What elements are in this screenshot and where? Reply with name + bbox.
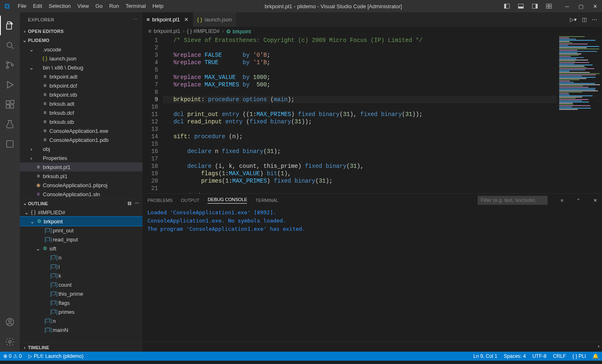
outline-item[interactable]: [❐]mainN <box>20 325 142 334</box>
mf-icon[interactable] <box>0 134 20 154</box>
outline-item[interactable]: [❐]n <box>20 253 142 262</box>
outline-more-icon[interactable]: ⋯ <box>135 201 139 206</box>
outline-item[interactable]: [❐]this_prime <box>20 289 142 298</box>
file-tree-item[interactable]: ≡brkpoint.dcf <box>20 81 142 90</box>
outline-item[interactable]: [❐]primes <box>20 307 142 316</box>
file-tree-item[interactable]: ⌄bin \ x86 \ Debug <box>20 63 142 72</box>
maximize-button[interactable]: ▢ <box>574 0 588 12</box>
file-tree-item[interactable]: ≡ConsoleApplication1.exe <box>20 126 142 135</box>
panel-tab-debug-console[interactable]: DEBUG CONSOLE <box>208 197 247 204</box>
open-editors-section[interactable]: ›OPEN EDITORS <box>20 27 142 36</box>
file-tree-item[interactable]: ≡brksub.stb <box>20 117 142 126</box>
menu-go[interactable]: Go <box>92 0 106 12</box>
file-tree-item[interactable]: ⌄.vscode <box>20 45 142 54</box>
outline-item[interactable]: [❐]flags <box>20 298 142 307</box>
outline-item[interactable]: [❐]i <box>20 262 142 271</box>
status-eol[interactable]: CRLF <box>550 353 569 359</box>
svg-point-25 <box>9 341 11 343</box>
title-bar: ⧉ FileEditSelectionViewGoRunTerminalHelp… <box>0 0 602 12</box>
file-tree-item[interactable]: ◉ConsoleApplication1.pliproj <box>20 181 142 190</box>
outline-item[interactable]: [❐]k <box>20 271 142 280</box>
file-tree-item[interactable]: ≡brkpoint.adt <box>20 72 142 81</box>
layout-secondary-icon[interactable] <box>528 0 542 12</box>
status-notifications-icon[interactable]: 🔔 <box>589 353 602 359</box>
menu-edit[interactable]: Edit <box>30 0 45 12</box>
outline-collapse-icon[interactable]: ⊟ <box>128 201 131 206</box>
file-tree-item[interactable]: ≡brkpoint.stb <box>20 90 142 99</box>
menu-help[interactable]: Help <box>149 0 167 12</box>
close-tab-icon[interactable]: ✕ <box>184 16 189 23</box>
run-debug-icon[interactable] <box>0 75 20 95</box>
svg-marker-16 <box>7 81 13 88</box>
svg-rect-6 <box>546 4 548 6</box>
project-section[interactable]: ⌄PLIDEMO <box>20 36 142 45</box>
status-ln-col[interactable]: Ln 9, Col 1 <box>470 353 501 359</box>
panel-filter-input[interactable] <box>478 196 548 205</box>
file-tree-item[interactable]: ≡ConsoleApplication1.pdb <box>20 135 142 144</box>
extensions-icon[interactable] <box>0 95 20 114</box>
layout-primary-icon[interactable] <box>500 0 514 12</box>
file-tree-item[interactable]: { }launch.json <box>20 54 142 63</box>
svg-point-13 <box>7 62 9 64</box>
menu-run[interactable]: Run <box>106 0 122 12</box>
code-editor[interactable]: 1234567891011121314151617181920212223 /*… <box>142 36 602 193</box>
outline-section[interactable]: ⌄OUTLINE ⊟⋯ <box>20 199 142 208</box>
panel-close-icon[interactable]: ✕ <box>593 198 597 203</box>
svg-rect-9 <box>549 7 551 8</box>
minimap[interactable] <box>557 36 602 193</box>
split-editor-icon[interactable]: ◫ <box>582 16 587 23</box>
svg-rect-1 <box>504 4 506 9</box>
menu-terminal[interactable]: Terminal <box>122 0 149 12</box>
outline-item[interactable]: ⌄⚙brkpoint <box>20 217 142 226</box>
status-launch-config[interactable]: ▷ PL/I: Launch (plidemo) <box>25 353 87 359</box>
editor-tab[interactable]: { }launch.json <box>193 12 236 27</box>
source-control-icon[interactable] <box>0 55 20 75</box>
outline-item[interactable]: [❐]n <box>20 316 142 325</box>
file-tree-item[interactable]: ≡brkpoint.pl1 <box>20 162 142 172</box>
file-tree-item[interactable]: ›Properties <box>20 153 142 162</box>
debug-console-output[interactable]: Loaded 'ConsoleApplication1.exe' [8992].… <box>142 207 602 341</box>
timeline-section[interactable]: ›TIMELINE <box>20 343 142 352</box>
accounts-icon[interactable] <box>0 312 20 332</box>
file-icon: { } <box>197 16 202 23</box>
explorer-more-icon[interactable]: ⋯ <box>133 17 138 22</box>
status-language[interactable]: { } PLI <box>569 353 589 359</box>
run-dropdown-icon[interactable]: ▷▾ <box>570 16 577 23</box>
editor-tab[interactable]: ≡brkpoint.pl1✕ <box>142 12 193 27</box>
menu-selection[interactable]: Selection <box>45 0 74 12</box>
layout-panel-icon[interactable] <box>514 0 528 12</box>
svg-rect-3 <box>518 7 523 8</box>
status-errors[interactable]: ⊗ 0⚠ 0 <box>0 353 25 359</box>
file-tree-item[interactable]: ≡brksub.dcf <box>20 108 142 117</box>
outline-item[interactable]: ⌄⚙sift <box>20 244 142 253</box>
explorer-title: EXPLORER <box>28 17 54 22</box>
panel-tab-output[interactable]: OUTPUT <box>181 198 199 203</box>
breadcrumb[interactable]: ≡ brkpoint.pl1 › { } #IMPLIED# › ⚙ brkpo… <box>142 27 602 36</box>
menu-file[interactable]: File <box>14 0 30 12</box>
status-encoding[interactable]: UTF-8 <box>529 353 550 359</box>
breadcrumb-toggle-icon[interactable]: › <box>598 344 600 350</box>
panel-settings-icon[interactable]: ≡ <box>561 198 563 203</box>
explorer-icon[interactable] <box>0 16 20 35</box>
status-spaces[interactable]: Spaces: 4 <box>501 353 529 359</box>
file-tree-item[interactable]: ›obj <box>20 144 142 153</box>
menu-view[interactable]: View <box>74 0 92 12</box>
search-icon[interactable] <box>0 35 20 55</box>
testing-icon[interactable] <box>0 114 20 134</box>
layout-customize-icon[interactable] <box>542 0 556 12</box>
panel-tab-terminal[interactable]: TERMINAL <box>255 198 278 203</box>
outline-item[interactable]: ⌄{ }#IMPLIED# <box>20 208 142 217</box>
file-tree-item[interactable]: ≡brksub.pl1 <box>20 172 142 181</box>
tab-more-icon[interactable]: ⋯ <box>592 16 597 23</box>
file-tree-item[interactable]: ≡ConsoleApplication1.sln <box>20 190 142 199</box>
close-button[interactable]: ✕ <box>588 0 602 12</box>
outline-item[interactable]: [❐]read_input <box>20 235 142 244</box>
file-tree-item[interactable]: ≡brksub.adt <box>20 99 142 108</box>
svg-line-12 <box>12 47 14 49</box>
outline-item[interactable]: [❐]count <box>20 280 142 289</box>
settings-gear-icon[interactable] <box>0 332 20 352</box>
panel-tab-problems[interactable]: PROBLEMS <box>147 198 173 203</box>
panel-maximize-icon[interactable]: ⌃ <box>576 198 580 203</box>
minimize-button[interactable]: ─ <box>560 0 574 12</box>
outline-item[interactable]: [❐]print_out <box>20 226 142 235</box>
